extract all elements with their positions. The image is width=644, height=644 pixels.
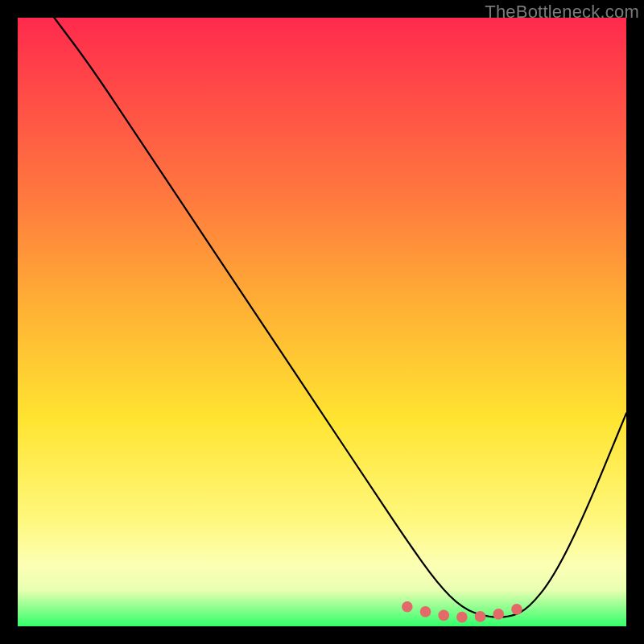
optimal-marker bbox=[456, 612, 468, 623]
optimal-range-markers bbox=[402, 601, 522, 622]
optimal-marker bbox=[511, 604, 522, 615]
optimal-marker bbox=[475, 611, 486, 622]
bottleneck-curve bbox=[54, 18, 626, 617]
optimal-marker bbox=[402, 601, 413, 613]
chart-frame bbox=[18, 18, 626, 626]
chart-svg bbox=[18, 18, 626, 626]
optimal-marker bbox=[493, 609, 504, 620]
optimal-marker bbox=[420, 606, 431, 617]
optimal-marker bbox=[438, 610, 449, 621]
